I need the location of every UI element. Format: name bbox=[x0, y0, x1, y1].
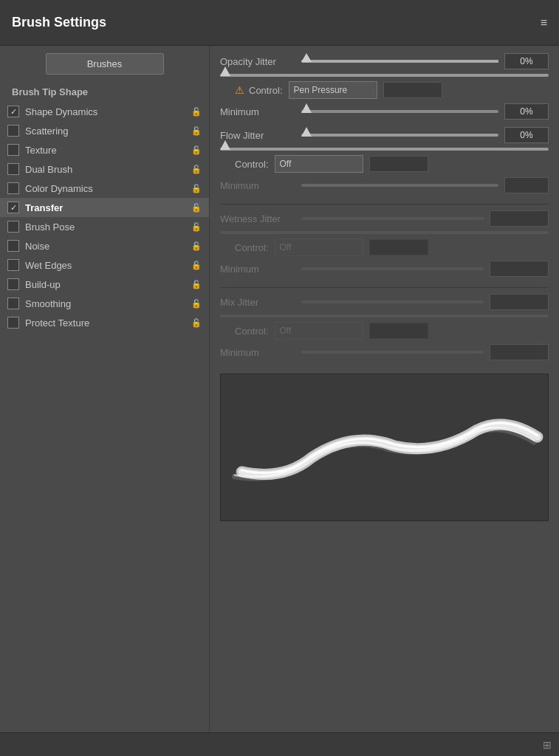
opacity-control-value-box bbox=[383, 82, 442, 98]
lock-icon-wet-edges: 🔓 bbox=[191, 261, 202, 270]
wetness-control-value-box bbox=[369, 239, 428, 255]
checkbox-noise[interactable] bbox=[7, 240, 19, 252]
lock-icon-smoothing: 🔓 bbox=[191, 299, 202, 309]
flow-jitter-label: Flow Jitter bbox=[220, 130, 301, 141]
wetness-minimum-slider bbox=[301, 267, 484, 270]
mix-control-row: Control: Off bbox=[220, 322, 549, 340]
divider-2 bbox=[220, 287, 549, 288]
flow-minimum-label: Minimum bbox=[220, 180, 301, 191]
label-transfer: Transfer bbox=[25, 202, 188, 213]
wetness-control-select[interactable]: Off bbox=[275, 238, 363, 256]
mix-control-select[interactable]: Off bbox=[275, 322, 363, 340]
sidebar-item-brush-pose[interactable]: Brush Pose 🔓 bbox=[0, 217, 209, 236]
opacity-jitter-value[interactable]: 0% bbox=[504, 53, 549, 69]
mix-slider-track bbox=[220, 315, 549, 317]
flow-minimum-value bbox=[504, 177, 549, 193]
lock-icon-texture: 🔓 bbox=[191, 145, 202, 155]
wetness-minimum-label: Minimum bbox=[220, 264, 301, 275]
flow-slider-thumb[interactable] bbox=[220, 140, 230, 150]
wetness-control-dropdown-container: Off bbox=[275, 238, 363, 256]
brush-tip-shape-label: Brush Tip Shape bbox=[0, 82, 209, 102]
checkbox-wet-edges[interactable] bbox=[7, 259, 19, 271]
sidebar-item-build-up[interactable]: Build-up 🔓 bbox=[0, 275, 209, 294]
opacity-minimum-label: Minimum bbox=[220, 106, 301, 117]
mix-control-dropdown-container: Off bbox=[275, 322, 363, 340]
checkbox-brush-pose[interactable] bbox=[7, 221, 19, 233]
opacity-jitter-slider-container bbox=[301, 60, 498, 63]
mix-jitter-slider bbox=[301, 300, 484, 303]
checkbox-shape-dynamics[interactable] bbox=[7, 106, 19, 117]
lock-icon-brush-pose: 🔓 bbox=[191, 222, 202, 232]
opacity-control-row: ⚠ Control: Pen Pressure Off Fade Pen Til… bbox=[220, 81, 549, 99]
checkbox-protect-texture[interactable] bbox=[7, 317, 19, 329]
mix-jitter-slider-container bbox=[301, 300, 484, 303]
opacity-control-select[interactable]: Pen Pressure Off Fade Pen Tilt bbox=[289, 81, 377, 99]
mix-minimum-label: Minimum bbox=[220, 347, 301, 358]
opacity-jitter-row: Opacity Jitter 0% bbox=[220, 53, 549, 69]
lock-icon-shape-dynamics: 🔓 bbox=[191, 107, 202, 117]
flow-control-label: Control: bbox=[235, 159, 269, 170]
opacity-control-label: Control: bbox=[249, 85, 283, 96]
sidebar-item-wet-edges[interactable]: Wet Edges 🔓 bbox=[0, 255, 209, 275]
flow-jitter-row: Flow Jitter 0% bbox=[220, 127, 549, 143]
flow-jitter-thumb[interactable] bbox=[301, 127, 312, 137]
mix-control-value-box bbox=[369, 323, 428, 339]
opacity-jitter-fill bbox=[301, 60, 498, 63]
sidebar-item-dual-brush[interactable]: Dual Brush 🔓 bbox=[0, 159, 209, 179]
brush-stroke-svg bbox=[221, 374, 548, 520]
sidebar-item-noise[interactable]: Noise 🔓 bbox=[0, 236, 209, 255]
wetness-control-row: Control: Off bbox=[220, 238, 549, 256]
checkbox-smoothing[interactable] bbox=[7, 298, 19, 309]
flow-control-dropdown-container: Off Fade Pen Pressure Pen Tilt bbox=[275, 155, 363, 173]
mix-minimum-value bbox=[490, 344, 549, 360]
menu-icon[interactable]: ≡ bbox=[541, 16, 547, 30]
bottom-bar: ⊞ bbox=[0, 732, 559, 756]
checkbox-texture[interactable] bbox=[7, 144, 19, 156]
opacity-jitter-slider[interactable] bbox=[301, 60, 498, 63]
opacity-slider-thumb[interactable] bbox=[220, 66, 230, 76]
lock-icon-scattering: 🔓 bbox=[191, 126, 202, 136]
mix-minimum-slider-container bbox=[301, 351, 484, 354]
flow-minimum-slider-container bbox=[301, 184, 498, 187]
panel-body: Brushes Brush Tip Shape Shape Dynamics 🔓… bbox=[0, 46, 559, 732]
checkbox-dual-brush[interactable] bbox=[7, 163, 19, 175]
opacity-minimum-slider[interactable] bbox=[301, 110, 498, 113]
bottom-icon-1[interactable]: ⊞ bbox=[543, 739, 552, 751]
flow-jitter-value[interactable]: 0% bbox=[504, 127, 549, 143]
checkbox-build-up[interactable] bbox=[7, 278, 19, 290]
mix-jitter-value bbox=[490, 294, 549, 310]
sidebar-item-color-dynamics[interactable]: Color Dynamics 🔓 bbox=[0, 179, 209, 198]
lock-icon-color-dynamics: 🔓 bbox=[191, 184, 202, 193]
opacity-minimum-value[interactable]: 0% bbox=[504, 103, 549, 120]
opacity-control-dropdown-container: Pen Pressure Off Fade Pen Tilt bbox=[289, 81, 377, 99]
opacity-jitter-label: Opacity Jitter bbox=[220, 56, 301, 67]
flow-jitter-slider[interactable] bbox=[301, 134, 498, 137]
brush-preview bbox=[220, 374, 549, 521]
brushes-button[interactable]: Brushes bbox=[46, 53, 164, 75]
label-wet-edges: Wet Edges bbox=[25, 260, 188, 271]
opacity-jitter-thumb[interactable] bbox=[301, 53, 312, 62]
lock-icon-protect-texture: 🔓 bbox=[191, 318, 202, 328]
lock-icon-dual-brush: 🔓 bbox=[191, 165, 202, 174]
mix-jitter-row: Mix Jitter bbox=[220, 294, 549, 310]
flow-control-select[interactable]: Off Fade Pen Pressure Pen Tilt bbox=[275, 155, 363, 173]
label-shape-dynamics: Shape Dynamics bbox=[25, 106, 188, 117]
sidebar-item-smoothing[interactable]: Smoothing 🔓 bbox=[0, 294, 209, 313]
wetness-minimum-slider-container bbox=[301, 267, 484, 270]
sidebar-item-protect-texture[interactable]: Protect Texture 🔓 bbox=[0, 313, 209, 332]
checkbox-scattering[interactable] bbox=[7, 125, 19, 137]
sidebar-item-shape-dynamics[interactable]: Shape Dynamics 🔓 bbox=[0, 102, 209, 121]
sidebar-item-transfer[interactable]: Transfer 🔓 bbox=[0, 198, 209, 217]
label-color-dynamics: Color Dynamics bbox=[25, 183, 188, 194]
panel-header: Brush Settings ≡ bbox=[0, 0, 559, 46]
flow-minimum-slider[interactable] bbox=[301, 184, 498, 187]
sidebar-item-texture[interactable]: Texture 🔓 bbox=[0, 140, 209, 159]
sidebar: Brushes Brush Tip Shape Shape Dynamics 🔓… bbox=[0, 46, 210, 732]
checkbox-color-dynamics[interactable] bbox=[7, 182, 19, 194]
lock-icon-noise: 🔓 bbox=[191, 241, 202, 251]
label-brush-pose: Brush Pose bbox=[25, 221, 188, 233]
opacity-minimum-thumb[interactable] bbox=[301, 103, 312, 113]
label-texture: Texture bbox=[25, 145, 188, 156]
checkbox-transfer[interactable] bbox=[7, 202, 19, 213]
sidebar-item-scattering[interactable]: Scattering 🔓 bbox=[0, 121, 209, 140]
